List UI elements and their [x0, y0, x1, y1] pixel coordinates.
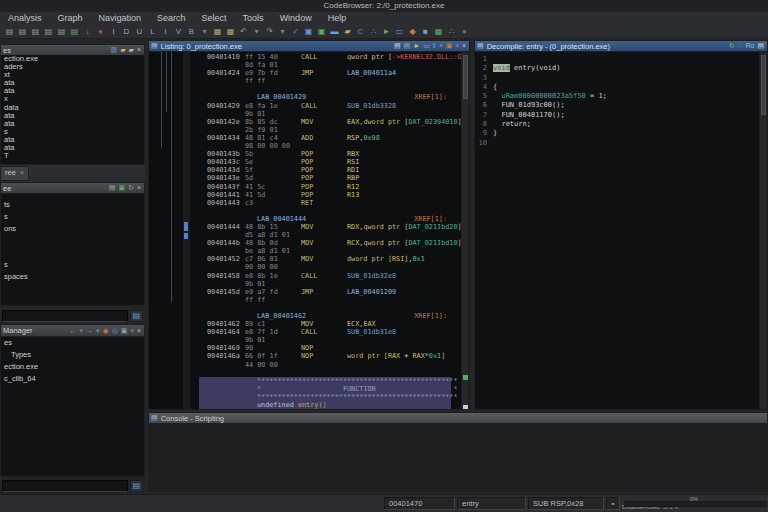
listing-row[interactable]: 2b f9 01	[149, 126, 459, 134]
mark-d-icon[interactable]: D	[121, 26, 132, 37]
conflict-icon[interactable]: ◎	[112, 326, 118, 336]
back-dropdown-icon[interactable]: ▾	[80, 326, 84, 336]
symbol-tree-header[interactable]: ee ▤▣↻×	[0, 182, 145, 194]
listing-row[interactable]: 00401429e8 fa 1eCALLSUB_01db3328	[149, 102, 459, 110]
validate-icon[interactable]: ✓	[290, 26, 301, 37]
listing-row[interactable]: 00401464e8 7f 1dCALLSUB_01db31e8	[149, 328, 459, 336]
tree-item[interactable]: xt	[1, 71, 144, 79]
listing-row[interactable]: be a8 d1 01	[149, 247, 459, 255]
scrollbar-thumb[interactable]	[463, 55, 468, 99]
graph-icon[interactable]: ∴	[368, 26, 379, 37]
refresh-icon[interactable]: ↻	[128, 183, 134, 193]
menu-item-help[interactable]: Help	[320, 12, 355, 25]
forward-dropdown-icon[interactable]: ▾	[96, 326, 100, 336]
symbol-tree-item[interactable]	[1, 235, 144, 247]
mark-b-icon[interactable]: B	[186, 26, 197, 37]
listing-row[interactable]: 00401424e9 7b fdJMPLAB_004011a4	[149, 69, 459, 77]
redo-dropdown-icon[interactable]: ▾	[277, 26, 288, 37]
data-type-filter-input[interactable]	[2, 480, 128, 492]
symbol-tree-item[interactable]: s	[1, 211, 144, 223]
tree-item[interactable]: data	[1, 104, 144, 112]
listing-row[interactable]: 44 00 00	[149, 361, 459, 369]
paste-icon[interactable]: ▤	[404, 41, 411, 51]
decompile-panel[interactable]: 12void entry(void)34{5 uRam00000000023a5…	[474, 52, 768, 410]
options-icon[interactable]: ▣	[121, 326, 128, 336]
bytes-icon[interactable]: ■	[420, 26, 431, 37]
listing-row[interactable]: 0040143d5fPOPRDI	[149, 166, 459, 174]
forward-icon[interactable]: →	[86, 326, 93, 336]
mark-u-icon[interactable]: U	[134, 26, 145, 37]
symbol-tree-filter-input[interactable]	[2, 310, 128, 322]
decompile-line[interactable]: 7 FUN_00401170();	[477, 111, 757, 120]
listing-row[interactable]	[149, 304, 459, 312]
doc-icon[interactable]: ▤	[43, 26, 54, 37]
pin-icon[interactable]: ▤	[109, 183, 116, 193]
disabled-icon[interactable]: ●	[459, 26, 470, 37]
red-dot-icon[interactable]: ●	[95, 26, 106, 37]
listing-row[interactable]: 0040143c5ePOPRSI	[149, 158, 459, 166]
console-header[interactable]: ▤ Console - Scripting	[148, 412, 768, 424]
datatype-item[interactable]: ection.exe	[1, 361, 144, 373]
listing-row[interactable]: 8d fa 01	[149, 61, 459, 69]
register-icon[interactable]: ▬	[329, 26, 340, 37]
decompile-line[interactable]: 5 uRam00000000023a5f50 = 1;	[477, 92, 757, 101]
close-icon[interactable]: ×	[137, 183, 141, 193]
graph-icon[interactable]: ∴	[738, 41, 742, 51]
listing-row[interactable]: 0040144141 5dPOPR13	[149, 191, 459, 199]
listing-row[interactable]: 0040144b48 8b 0dMOVRCX,qword ptr [DAT_02…	[149, 239, 459, 247]
close-icon[interactable]: ×	[137, 326, 141, 336]
listing-row[interactable]: 9b 01	[149, 110, 459, 118]
filter-options-icon[interactable]: ▤	[130, 310, 143, 322]
run-script-icon[interactable]: ►	[381, 26, 392, 37]
datatype-item[interactable]: c_clib_64	[1, 373, 144, 385]
decompile-line[interactable]: 4{	[477, 83, 757, 92]
symbol-tree-item[interactable]: ons	[1, 223, 144, 235]
listing-panel[interactable]: 00401410ff 15 40CALLqword ptr [->KERNEL3…	[148, 52, 470, 410]
listing-row[interactable]: 0040143b5bPOPRBX	[149, 150, 459, 158]
listing-row[interactable]: 0040142e8b 05 dcMOVEAX,dword ptr [DAT_02…	[149, 118, 459, 126]
mark-v-icon[interactable]: V	[173, 26, 184, 37]
console-panel[interactable]	[148, 424, 768, 492]
tree-item[interactable]: ection.exe	[1, 55, 144, 63]
decompile-line[interactable]: 10	[477, 139, 757, 148]
listing-row[interactable]: undefined entry()	[149, 401, 459, 409]
listing-row[interactable]: 00 00 00	[149, 263, 459, 271]
decompile-header[interactable]: ▤ Decompile: entry - (0_protection.exe) …	[474, 40, 768, 52]
new-tree-icon[interactable]: ▰	[129, 45, 134, 55]
listing-row[interactable]: 0040143f41 5cPOPR12	[149, 183, 459, 191]
doc-icon[interactable]: ▤	[56, 26, 67, 37]
close-icon[interactable]: ×	[137, 45, 141, 55]
copy-icon[interactable]: ▤	[394, 41, 401, 51]
back-icon[interactable]: ←	[70, 326, 77, 336]
data-types-icon[interactable]: ▰	[342, 26, 353, 37]
down-arrow-icon[interactable]: ↓	[82, 26, 93, 37]
screen-icon[interactable]: ▭	[423, 41, 430, 51]
mark-i-icon[interactable]: I	[108, 26, 119, 37]
tree-item[interactable]: ata	[1, 79, 144, 87]
symbol-tree-item[interactable]: s	[1, 259, 144, 271]
datatype-item[interactable]: es	[1, 337, 144, 349]
listing-row[interactable]: 00401458e8 8b 1eCALLSUB_01db32e8	[149, 272, 459, 280]
close-icon[interactable]: ×	[462, 41, 466, 51]
tree-item[interactable]: ata	[1, 112, 144, 120]
comments-icon[interactable]: C	[355, 26, 366, 37]
listing-row[interactable]: 00401443c3RET	[149, 199, 459, 207]
listing-row[interactable]: LAB_00401429XREF[1]:	[149, 93, 459, 101]
menu-item-search[interactable]: Search	[149, 12, 194, 25]
decompile-line[interactable]: 8 return;	[477, 120, 757, 129]
listing-row[interactable]: LAB_00401462XREF[1]:	[149, 312, 459, 320]
undo-dropdown-icon[interactable]: ▾	[251, 26, 262, 37]
listing-row[interactable]: 98 00 00 00	[149, 142, 459, 150]
tree-icon[interactable]: ∴	[446, 26, 457, 37]
listing-row[interactable]: 0040146289 c1MOVECX,EAX	[149, 320, 459, 328]
listing-row[interactable]: 00401452c7 06 01MOVdword ptr [RSI],0x1	[149, 255, 459, 263]
menu-dropdown-icon[interactable]: ▾	[130, 326, 134, 336]
open-folder-icon[interactable]: ▰	[120, 45, 125, 55]
listing-row[interactable]: ****************************************…	[149, 377, 459, 385]
decompile-line[interactable]: 6 FUN_01d93c00();	[477, 101, 757, 110]
listing-row[interactable]: ff ff	[149, 296, 459, 304]
menu-item-select[interactable]: Select	[194, 12, 235, 25]
tree-item[interactable]: x	[1, 95, 144, 103]
rename-icon[interactable]: Ro	[745, 41, 754, 51]
listing-row[interactable]: 0040146a66 0f 1fNOPword ptr [RAX + RAX*0…	[149, 352, 459, 360]
